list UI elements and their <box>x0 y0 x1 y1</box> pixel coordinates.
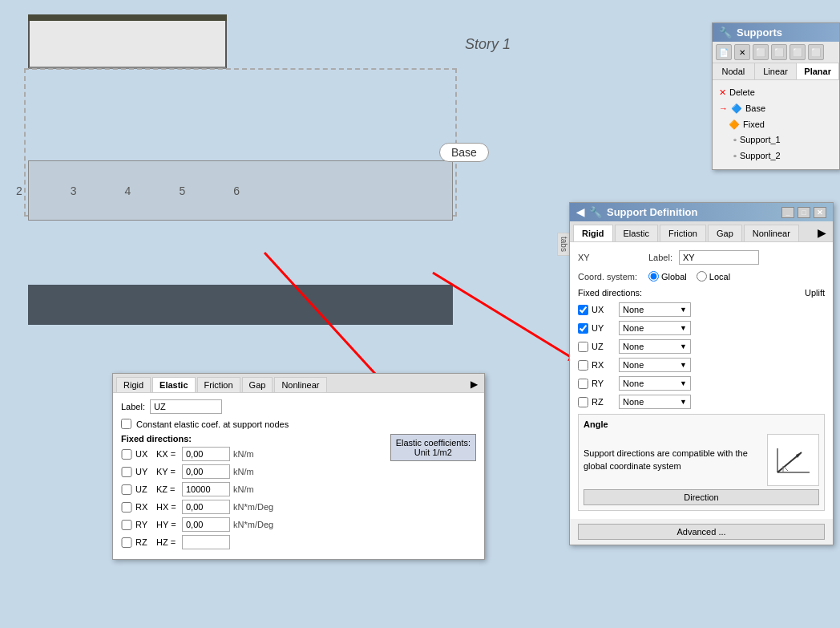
unit-label: Unit 1/m2 <box>396 448 470 457</box>
coord-radio-group: Global Local <box>648 271 730 282</box>
tab-linear[interactable]: Linear <box>755 63 798 79</box>
icon2-btn[interactable]: ⬜ <box>771 44 787 60</box>
tree-fixed-label: Fixed <box>743 117 765 133</box>
ux-dropdown[interactable]: None ▼ <box>619 302 691 317</box>
coef-ry-row: RY HY = kN*m/Deg <box>121 517 384 532</box>
uy-dropdown[interactable]: None ▼ <box>619 321 691 335</box>
coef-rx-input[interactable] <box>182 500 230 514</box>
coef-ry-unit: kN*m/Deg <box>233 520 273 529</box>
fixed-dir-section-label: Fixed directions: <box>121 434 384 444</box>
supports-title-bar: 🔧 Supports <box>713 23 839 42</box>
rz-dropdown[interactable]: None ▼ <box>619 395 691 409</box>
minimize-btn[interactable]: _ <box>781 207 794 218</box>
tab-nav-right[interactable]: ▶ <box>814 225 830 241</box>
small-tab-friction[interactable]: Friction <box>197 377 240 392</box>
uz-checkbox[interactable] <box>578 342 588 352</box>
coef-ux-eq: KX = <box>156 449 179 459</box>
coef-uz-checkbox[interactable] <box>121 484 132 495</box>
constant-coef-label: Constant elastic coef. at support nodes <box>136 419 289 429</box>
ry-checkbox[interactable] <box>578 379 588 389</box>
label-row: XY Label: <box>578 250 825 265</box>
icon3-btn[interactable]: ⬜ <box>790 44 806 60</box>
label-input[interactable] <box>679 250 759 265</box>
small-tab-rigid[interactable]: Rigid <box>116 377 151 392</box>
tab-nonlinear[interactable]: Nonlinear <box>744 225 799 241</box>
elastic-coef-button[interactable]: Elastic coefficients: Unit 1/m2 <box>390 434 476 461</box>
coef-rz-eq: HZ = <box>156 537 179 547</box>
uz-label: UZ <box>592 342 616 351</box>
building-roof <box>28 14 227 21</box>
rx-dropdown-value: None <box>623 360 644 370</box>
tab-planar[interactable]: Planar <box>797 63 839 79</box>
coef-ux-checkbox[interactable] <box>121 449 132 460</box>
tree-support2[interactable]: ◦ Support_2 <box>719 148 833 164</box>
supports-toolbar: 📄 ✕ ⬜ ⬜ ⬜ ⬜ <box>713 42 839 63</box>
tab-gap[interactable]: Gap <box>708 225 742 241</box>
coef-rx-unit: kN*m/Deg <box>233 502 273 512</box>
small-tab-nonlinear[interactable]: Nonlinear <box>274 377 326 392</box>
small-tab-elastic[interactable]: Elastic <box>152 377 195 392</box>
grid-3: 3 <box>71 184 77 197</box>
tab-nodal[interactable]: Nodal <box>713 63 755 79</box>
coef-uy-input[interactable] <box>182 464 230 479</box>
coef-uz-eq: KZ = <box>156 484 179 494</box>
rz-dropdown-arrow: ▼ <box>680 398 687 406</box>
tree-support1[interactable]: ◦ Support_1 <box>719 132 833 148</box>
global-radio-input[interactable] <box>648 271 659 282</box>
icon1-btn[interactable]: ⬜ <box>753 44 769 60</box>
tree-base-label: Base <box>745 101 765 117</box>
angle-title: Angle <box>584 419 819 429</box>
ry-dropdown[interactable]: None ▼ <box>619 376 691 391</box>
tab-elastic[interactable]: Elastic <box>615 225 658 241</box>
icon4-btn[interactable]: ⬜ <box>808 44 824 60</box>
def-tabs: Rigid Elastic Friction Gap Nonlinear ▶ <box>570 221 833 242</box>
advanced-button[interactable]: Advanced ... <box>578 524 825 540</box>
tab-friction[interactable]: Friction <box>660 225 706 241</box>
tab-rigid[interactable]: Rigid <box>573 225 613 241</box>
small-tab-gap[interactable]: Gap <box>242 377 273 392</box>
coef-ry-checkbox[interactable] <box>121 520 132 530</box>
local-radio-input[interactable] <box>697 271 707 282</box>
close-btn[interactable]: ✕ <box>814 207 826 218</box>
uz-dropdown-value: None <box>623 342 644 351</box>
back-icon[interactable]: ◀ <box>576 206 584 218</box>
global-label: Global <box>661 272 687 282</box>
rx-checkbox[interactable] <box>578 360 588 371</box>
coef-rx-checkbox[interactable] <box>121 502 132 513</box>
tree-base[interactable]: → 🔷 Base <box>719 101 833 117</box>
arrow-icon: → <box>719 101 728 117</box>
new-btn[interactable]: 📄 <box>716 44 732 60</box>
label-field-name: Label: <box>648 253 672 262</box>
rx-dropdown[interactable]: None ▼ <box>619 358 691 372</box>
coef-rx-dir: RX <box>135 502 153 512</box>
direction-button[interactable]: Direction <box>584 489 819 505</box>
coef-ry-eq: HY = <box>156 520 179 529</box>
small-label-input[interactable] <box>150 399 222 414</box>
tree-fixed[interactable]: 🔶 Fixed <box>719 117 833 133</box>
maximize-btn[interactable]: □ <box>798 207 810 218</box>
constant-coef-checkbox[interactable] <box>121 419 131 429</box>
uy-checkbox[interactable] <box>578 323 588 334</box>
building-top <box>28 14 227 69</box>
ux-checkbox[interactable] <box>578 305 588 315</box>
coef-uz-input[interactable] <box>182 482 230 496</box>
fixed-icon: 🔶 <box>729 117 740 133</box>
small-tab-nav[interactable]: ▶ <box>467 377 481 392</box>
def-title: Support Definition <box>607 206 697 218</box>
coef-rz-input[interactable] <box>182 535 230 549</box>
global-radio[interactable]: Global <box>648 271 687 282</box>
local-radio[interactable]: Local <box>697 271 730 282</box>
dir-uy-row: UY None ▼ <box>578 321 825 335</box>
coef-rz-checkbox[interactable] <box>121 537 132 548</box>
rz-checkbox[interactable] <box>578 397 588 407</box>
coef-ux-input[interactable] <box>182 447 230 461</box>
coef-ry-input[interactable] <box>182 517 230 532</box>
coef-uy-checkbox[interactable] <box>121 467 132 477</box>
coef-uz-dir: UZ <box>135 484 153 494</box>
coef-rx-eq: HX = <box>156 502 179 512</box>
uplift-label: Uplift <box>805 288 825 298</box>
delete-btn[interactable]: ✕ <box>734 44 750 60</box>
uz-dropdown[interactable]: None ▼ <box>619 339 691 354</box>
constant-coef-row: Constant elastic coef. at support nodes <box>121 419 476 429</box>
uy-dropdown-arrow: ▼ <box>680 324 687 332</box>
